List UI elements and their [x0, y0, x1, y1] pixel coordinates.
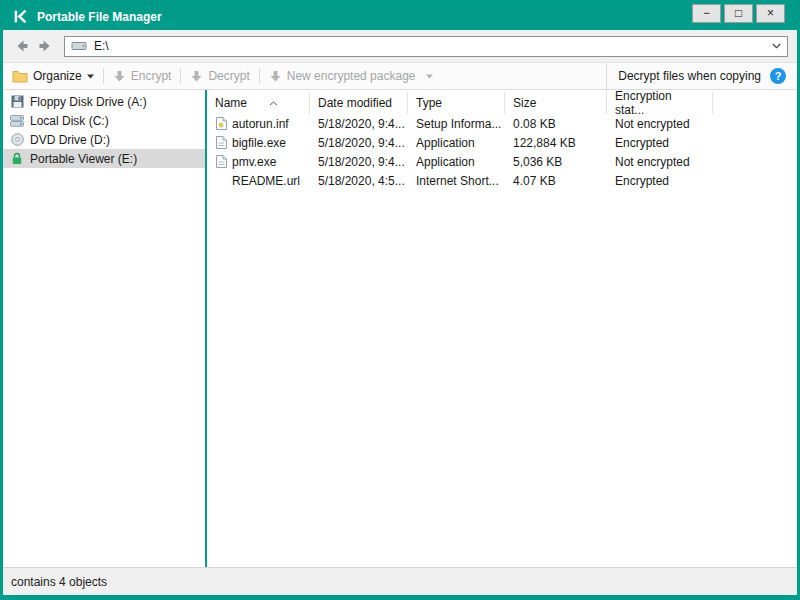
floppy-drive-icon [10, 95, 24, 108]
file-encryption-status: Encrypted [607, 174, 713, 188]
chevron-down-icon[interactable] [772, 43, 781, 49]
toolbar-right: Decrypt files when copying ? [606, 63, 797, 89]
column-label: Type [416, 96, 442, 110]
column-header-name[interactable]: Name [207, 92, 310, 114]
help-icon[interactable]: ? [770, 68, 786, 84]
file-size: 122,884 KB [505, 136, 607, 150]
new-encrypted-package-button[interactable]: New encrypted package [269, 69, 434, 83]
minimize-button[interactable]: − [692, 4, 721, 23]
toolbar-left: Organize Encrypt Decrypt [3, 63, 606, 89]
decrypt-button[interactable]: Decrypt [190, 69, 249, 83]
drive-sidebar: Floppy Disk Drive (A:) Local Disk (C:) [3, 90, 205, 567]
status-text: contains 4 objects [11, 575, 107, 589]
sidebar-item-label: Local Disk (C:) [30, 114, 109, 128]
file-date: 5/18/2020, 9:4... [310, 155, 408, 169]
application-file-icon [215, 136, 227, 149]
file-name: README.url [232, 174, 300, 188]
toolbar-separator [259, 68, 260, 84]
sidebar-item-dvd-d[interactable]: DVD Drive (D:) [3, 130, 205, 149]
column-label: Encryption stat... [615, 90, 704, 117]
sidebar-item-portable-e[interactable]: Portable Viewer (E:) [3, 149, 205, 168]
caret-down-icon [426, 74, 433, 79]
toolbar-separator [180, 68, 181, 84]
file-name: autorun.inf [232, 117, 289, 131]
file-size: 0.08 KB [505, 117, 607, 131]
column-header-date-modified[interactable]: Date modified [310, 92, 408, 114]
file-date: 5/18/2020, 9:4... [310, 136, 408, 150]
column-label: Name [215, 96, 247, 110]
column-header-encryption-status[interactable]: Encryption stat... [607, 92, 713, 114]
sidebar-item-label: Portable Viewer (E:) [30, 152, 137, 166]
navigation-bar: E:\ [3, 30, 797, 63]
encrypt-button[interactable]: Encrypt [113, 69, 172, 83]
decrypt-when-copying-label: Decrypt files when copying [618, 69, 761, 83]
drive-icon [71, 40, 87, 52]
kaspersky-logo-icon [13, 9, 28, 24]
sidebar-item-label: Floppy Disk Drive (A:) [30, 95, 147, 109]
file-size: 5,036 KB [505, 155, 607, 169]
window-controls: − □ × [692, 4, 797, 23]
file-date: 5/18/2020, 9:4... [310, 117, 408, 131]
encrypted-drive-lock-icon [10, 152, 24, 165]
application-file-icon [215, 155, 227, 168]
table-row[interactable]: pmv.exe 5/18/2020, 9:4... Application 5,… [207, 152, 797, 171]
back-button[interactable] [12, 37, 31, 56]
file-encryption-status: Encrypted [607, 136, 713, 150]
local-disk-icon [10, 115, 24, 127]
organize-label: Organize [33, 69, 82, 83]
titlebar: Portable File Manager − □ × [3, 3, 797, 30]
file-list-header: Name Date modified Type Size Encryption … [207, 92, 797, 114]
table-row[interactable]: autorun.inf 5/18/2020, 9:4... Setup Info… [207, 114, 797, 133]
sidebar-item-label: DVD Drive (D:) [30, 133, 110, 147]
forward-button[interactable] [35, 37, 54, 56]
arrow-down-icon [113, 70, 126, 83]
toolbar-separator [103, 68, 104, 84]
file-list: Name Date modified Type Size Encryption … [207, 90, 797, 567]
dvd-drive-icon [10, 133, 24, 146]
file-size: 4.07 KB [505, 174, 607, 188]
sidebar-item-local-c[interactable]: Local Disk (C:) [3, 111, 205, 130]
window-title: Portable File Manager [37, 10, 162, 24]
sort-ascending-icon [269, 101, 278, 106]
file-encryption-status: Not encrypted [607, 155, 713, 169]
caret-down-icon [87, 74, 94, 79]
table-row[interactable]: bigfile.exe 5/18/2020, 9:4... Applicatio… [207, 133, 797, 152]
address-bar[interactable]: E:\ [64, 36, 788, 57]
file-type: Application [408, 136, 505, 150]
file-type: Internet Short... [408, 174, 505, 188]
folder-icon [12, 70, 28, 83]
close-button[interactable]: × [756, 4, 785, 23]
column-header-type[interactable]: Type [408, 92, 505, 114]
sidebar-item-floppy-a[interactable]: Floppy Disk Drive (A:) [3, 92, 205, 111]
table-row[interactable]: README.url 5/18/2020, 4:5... Internet Sh… [207, 171, 797, 190]
file-date: 5/18/2020, 4:5... [310, 174, 408, 188]
file-type: Application [408, 155, 505, 169]
file-name: pmv.exe [232, 155, 276, 169]
status-bar: contains 4 objects [3, 567, 797, 595]
column-label: Date modified [318, 96, 392, 110]
decrypt-label: Decrypt [208, 69, 249, 83]
toolbar: Organize Encrypt Decrypt [3, 63, 797, 90]
file-encryption-status: Not encrypted [607, 117, 713, 131]
arrow-down-icon [269, 70, 282, 83]
file-type: Setup Informa... [408, 117, 505, 131]
setup-information-file-icon [215, 117, 227, 130]
arrow-down-icon [190, 70, 203, 83]
main-area: Floppy Disk Drive (A:) Local Disk (C:) [3, 90, 797, 567]
column-header-size[interactable]: Size [505, 92, 607, 114]
portable-file-manager-window: Portable File Manager − □ × E:\ [0, 0, 800, 600]
organize-button[interactable]: Organize [12, 69, 94, 83]
maximize-button[interactable]: □ [724, 4, 753, 23]
column-label: Size [513, 96, 536, 110]
file-name: bigfile.exe [232, 136, 286, 150]
new-encrypted-package-label: New encrypted package [287, 69, 416, 83]
encrypt-label: Encrypt [131, 69, 172, 83]
address-text: E:\ [94, 39, 109, 53]
